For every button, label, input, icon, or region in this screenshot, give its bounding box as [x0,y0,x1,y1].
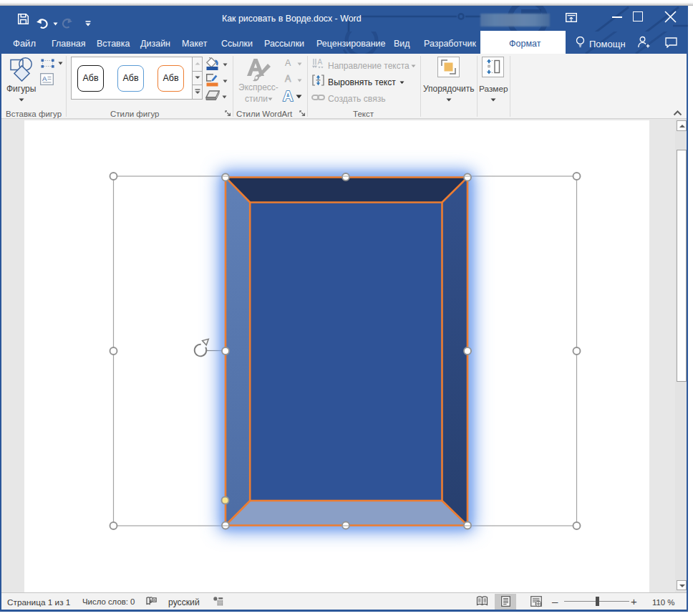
svg-text:А: А [42,74,47,82]
svg-text:A: A [283,89,293,103]
svg-text:А: А [318,58,323,66]
